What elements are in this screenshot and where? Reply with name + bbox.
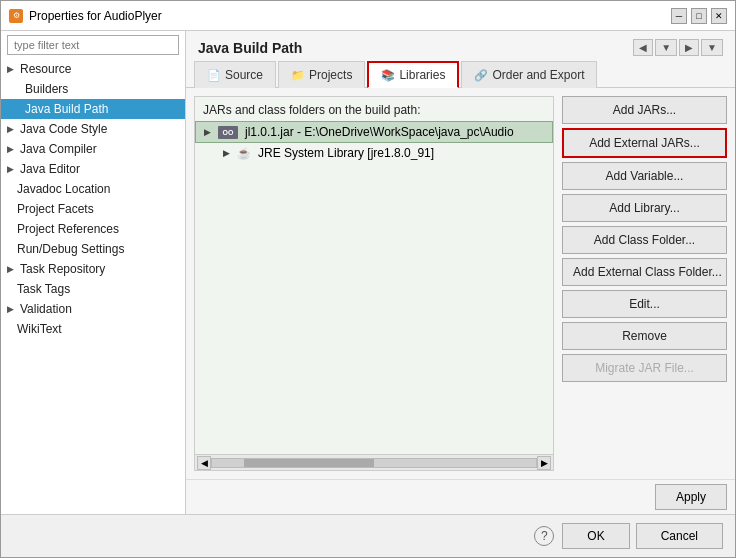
expand-arrow: ▶	[7, 164, 14, 174]
jre-icon: ☕	[237, 147, 251, 160]
tree-content[interactable]: ▶ OO jl1.0.1.jar - E:\OneDrive\WorkSpace…	[195, 121, 553, 454]
libraries-tab-icon: 📚	[381, 69, 395, 82]
order-export-tab-icon: 🔗	[474, 69, 488, 82]
minimize-button[interactable]: ─	[671, 8, 687, 24]
dropdown2-button[interactable]: ▼	[701, 39, 723, 56]
sidebar-item-run-debug[interactable]: Run/Debug Settings	[1, 239, 185, 259]
add-library-button[interactable]: Add Library...	[562, 194, 727, 222]
filter-input[interactable]	[7, 35, 179, 55]
panel-header: Java Build Path ◀ ▼ ▶ ▼	[186, 31, 735, 60]
footer-left: ?	[534, 526, 554, 546]
sidebar-item-label: Project Facets	[17, 202, 94, 216]
sidebar-item-project-facets[interactable]: Project Facets	[1, 199, 185, 219]
footer-right: OK Cancel	[562, 523, 723, 549]
tree-item[interactable]: ▶ OO jl1.0.1.jar - E:\OneDrive\WorkSpace…	[195, 121, 553, 143]
sidebar-item-builders[interactable]: Builders	[1, 79, 185, 99]
expand-arrow: ▶	[7, 64, 14, 74]
expand-arrow: ▶	[7, 124, 14, 134]
tree-expand-arrow: ▶	[223, 148, 233, 158]
maximize-button[interactable]: □	[691, 8, 707, 24]
add-jars-button[interactable]: Add JARs...	[562, 96, 727, 124]
sidebar-item-label: Validation	[20, 302, 72, 316]
sidebar-item-wikitext[interactable]: WikiText	[1, 319, 185, 339]
sidebar-item-label: Java Code Style	[20, 122, 107, 136]
projects-tab-icon: 📁	[291, 69, 305, 82]
sidebar-item-label: Task Repository	[20, 262, 105, 276]
title-bar: ⚙ Properties for AudioPlyer ─ □ ✕	[1, 1, 735, 31]
sidebar-item-java-editor[interactable]: ▶ Java Editor	[1, 159, 185, 179]
forward-button[interactable]: ▶	[679, 39, 699, 56]
nav-arrows: ◀ ▼ ▶ ▼	[633, 39, 723, 56]
sidebar-item-validation[interactable]: ▶ Validation	[1, 299, 185, 319]
window-controls: ─ □ ✕	[671, 8, 727, 24]
add-external-class-folder-button[interactable]: Add External Class Folder...	[562, 258, 727, 286]
tree-item[interactable]: ▶ ☕ JRE System Library [jre1.8.0_91]	[195, 143, 553, 163]
sidebar-item-task-repository[interactable]: ▶ Task Repository	[1, 259, 185, 279]
back-button[interactable]: ◀	[633, 39, 653, 56]
sidebar-item-project-references[interactable]: Project References	[1, 219, 185, 239]
tab-source-label: Source	[225, 68, 263, 82]
sidebar-item-java-compiler[interactable]: ▶ Java Compiler	[1, 139, 185, 159]
jre-item-label: JRE System Library [jre1.8.0_91]	[258, 146, 434, 160]
properties-window: ⚙ Properties for AudioPlyer ─ □ ✕ ▶ Reso…	[0, 0, 736, 558]
title-bar-left: ⚙ Properties for AudioPlyer	[9, 9, 162, 23]
dropdown-button[interactable]: ▼	[655, 39, 677, 56]
close-button[interactable]: ✕	[711, 8, 727, 24]
tab-source[interactable]: 📄 Source	[194, 61, 276, 88]
edit-button[interactable]: Edit...	[562, 290, 727, 318]
sidebar-item-label: Task Tags	[17, 282, 70, 296]
buttons-panel: Add JARs... Add External JARs... Add Var…	[562, 96, 727, 471]
tab-order-export-label: Order and Export	[492, 68, 584, 82]
sidebar-list: ▶ Resource Builders Java Build Path ▶ Ja…	[1, 59, 185, 514]
tab-libraries[interactable]: 📚 Libraries	[367, 61, 459, 88]
sidebar-item-label: Java Build Path	[25, 102, 108, 116]
tree-expand-arrow: ▶	[204, 127, 214, 137]
tab-projects[interactable]: 📁 Projects	[278, 61, 365, 88]
sidebar-item-javadoc[interactable]: Javadoc Location	[1, 179, 185, 199]
expand-arrow: ▶	[7, 264, 14, 274]
tabs-bar: 📄 Source 📁 Projects 📚 Libraries 🔗 Order …	[186, 60, 735, 88]
scrollbar-thumb	[244, 459, 374, 467]
sidebar-item-label: Javadoc Location	[17, 182, 110, 196]
jar-icon: OO	[218, 126, 238, 139]
tab-order-export[interactable]: 🔗 Order and Export	[461, 61, 597, 88]
apply-row: Apply	[186, 479, 735, 514]
sidebar-item-java-build-path[interactable]: Java Build Path	[1, 99, 185, 119]
migrate-jar-button[interactable]: Migrate JAR File...	[562, 354, 727, 382]
scroll-right-button[interactable]: ▶	[537, 456, 551, 470]
horizontal-scrollbar[interactable]	[211, 458, 537, 468]
remove-button[interactable]: Remove	[562, 322, 727, 350]
source-tab-icon: 📄	[207, 69, 221, 82]
sidebar-item-label: Builders	[25, 82, 68, 96]
add-variable-button[interactable]: Add Variable...	[562, 162, 727, 190]
sidebar-item-java-code-style[interactable]: ▶ Java Code Style	[1, 119, 185, 139]
sidebar-item-task-tags[interactable]: Task Tags	[1, 279, 185, 299]
sidebar: ▶ Resource Builders Java Build Path ▶ Ja…	[1, 31, 186, 514]
scrollbar-area: ◀ ▶	[195, 454, 553, 470]
tab-projects-label: Projects	[309, 68, 352, 82]
panel-title: Java Build Path	[198, 40, 302, 56]
help-button[interactable]: ?	[534, 526, 554, 546]
content-area: ▶ Resource Builders Java Build Path ▶ Ja…	[1, 31, 735, 514]
panel-body: JARs and class folders on the build path…	[186, 88, 735, 479]
apply-button[interactable]: Apply	[655, 484, 727, 510]
expand-arrow: ▶	[7, 304, 14, 314]
tab-libraries-label: Libraries	[399, 68, 445, 82]
scroll-left-button[interactable]: ◀	[197, 456, 211, 470]
ok-button[interactable]: OK	[562, 523, 629, 549]
add-external-jars-button[interactable]: Add External JARs...	[562, 128, 727, 158]
sidebar-item-label: Java Compiler	[20, 142, 97, 156]
sidebar-item-label: WikiText	[17, 322, 62, 336]
sidebar-item-label: Run/Debug Settings	[17, 242, 124, 256]
window-icon: ⚙	[9, 9, 23, 23]
expand-arrow: ▶	[7, 144, 14, 154]
jar-item-label: jl1.0.1.jar - E:\OneDrive\WorkSpace\java…	[245, 125, 514, 139]
window-title: Properties for AudioPlyer	[29, 9, 162, 23]
sidebar-item-resource[interactable]: ▶ Resource	[1, 59, 185, 79]
tree-area: JARs and class folders on the build path…	[194, 96, 554, 471]
footer-bar: ? OK Cancel	[1, 514, 735, 557]
add-class-folder-button[interactable]: Add Class Folder...	[562, 226, 727, 254]
cancel-button[interactable]: Cancel	[636, 523, 723, 549]
sidebar-item-label: Java Editor	[20, 162, 80, 176]
sidebar-item-label: Resource	[20, 62, 71, 76]
